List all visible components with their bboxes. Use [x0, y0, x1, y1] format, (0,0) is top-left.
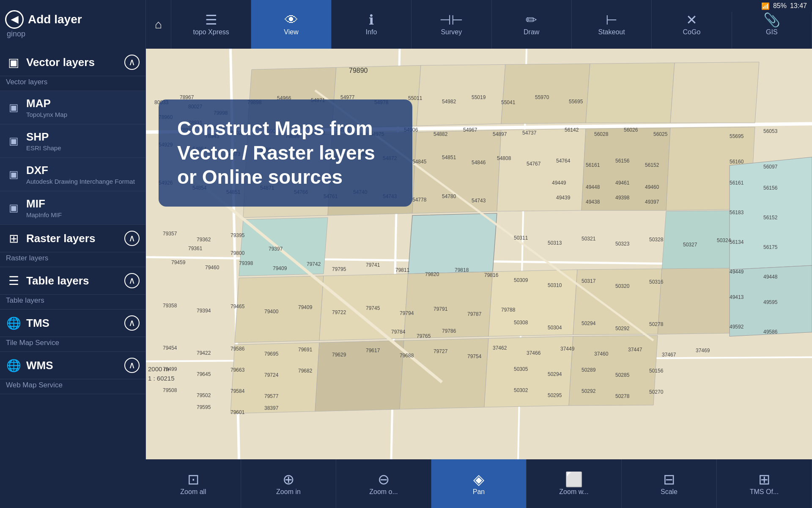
cogo-icon: ✕	[686, 13, 697, 27]
zoom-all-bottom-label: Zoom all	[180, 488, 206, 496]
zoom-in-bottom-label: Zoom in	[276, 488, 301, 496]
raster-layers-section-icon: ⊞	[6, 232, 21, 246]
mif-title: MIF	[26, 197, 140, 210]
wms-chevron-icon: ∧	[124, 358, 140, 373]
bottom-item-pan[interactable]: ◈ Pan	[431, 459, 527, 508]
toolbar-item-view[interactable]: 👁 View	[251, 0, 331, 49]
table-layers-subtitle: Table layers	[0, 295, 145, 309]
zoom-in-bottom-icon: ⊕	[283, 472, 294, 486]
mif-subtitle: MapInfo MIF	[26, 211, 140, 218]
survey-icon: ⊣⊢	[439, 13, 463, 27]
info-icon: ℹ	[369, 13, 374, 27]
wifi-icon: 📶	[761, 2, 770, 10]
tms-section-icon: 🌐	[6, 316, 21, 330]
scale-bottom-icon: ⊟	[663, 472, 675, 486]
tms-off-bottom-icon: ⊞	[758, 472, 770, 486]
toolbar-item-draw[interactable]: ✏ Draw	[492, 0, 572, 49]
promo-overlay: Construct Maps from Vector / Raster laye…	[159, 99, 412, 207]
toolbar-item-topo-xpress[interactable]: ☰ topo Xpress	[171, 0, 251, 49]
pan-bottom-label: Pan	[473, 488, 485, 496]
sidebar-item-mif[interactable]: ▣ MIF MapInfo MIF	[0, 191, 145, 225]
sidebar-section-table-layers[interactable]: ☰ Table layers ∧	[0, 267, 145, 295]
dxf-subtitle: Autodesk Drawing Interchange Format	[26, 178, 140, 185]
wms-section-title: WMS	[26, 359, 119, 372]
toolbar-item-survey[interactable]: ⊣⊢ Survey	[411, 0, 491, 49]
sidebar-section-vector-layers[interactable]: ▣ Vector layers ∧	[0, 49, 145, 76]
sidebar-section-tms[interactable]: 🌐 TMS ∧	[0, 309, 145, 337]
bottom-item-zoom-out[interactable]: ⊖ Zoom o...	[336, 459, 431, 508]
map-title: MAP	[26, 97, 140, 110]
bottom-item-scale[interactable]: ⊟ Scale	[622, 459, 717, 508]
zoom-all-bottom-icon: ⊡	[187, 472, 199, 486]
view-label: View	[284, 28, 298, 36]
toolbar-item-stakeout[interactable]: ⊢ Stakeout	[572, 0, 652, 49]
map-item-icon: ▣	[6, 102, 21, 113]
tms-subtitle: Tile Map Service	[0, 337, 145, 352]
wms-subtitle: Web Map Service	[0, 379, 145, 394]
zoom-out-bottom-icon: ⊖	[378, 472, 390, 486]
map-area[interactable]: 80033 80027 78967 79998 79898 54966 5497…	[146, 49, 812, 459]
back-circle-icon: ◀	[5, 10, 24, 29]
map-background: 80033 80027 78967 79998 79898 54966 5497…	[146, 49, 812, 459]
vector-layers-chevron-icon: ∧	[124, 55, 140, 70]
back-button[interactable]: ◀ Add layer	[5, 10, 82, 29]
dxf-content: DXF Autodesk Drawing Interchange Format	[26, 164, 140, 185]
bottom-item-zoom-in[interactable]: ⊕ Zoom in	[241, 459, 336, 508]
map-subtitle: TopoLynx Map	[26, 111, 140, 118]
sidebar-section-wms[interactable]: 🌐 WMS ∧	[0, 352, 145, 379]
tms-section-title: TMS	[26, 317, 119, 330]
battery-status: 85%	[773, 2, 787, 10]
survey-label: Survey	[441, 28, 462, 36]
bottom-toolbar: ⊡ Zoom all ⊕ Zoom in ⊖ Zoom o... ◈ Pan ⬜…	[146, 459, 812, 508]
add-layer-title: Add layer	[28, 13, 82, 26]
shp-subtitle: ESRI Shape	[26, 144, 140, 152]
view-icon: 👁	[285, 13, 298, 27]
home-button[interactable]: ⌂	[146, 0, 171, 49]
stakeout-icon: ⊢	[606, 13, 617, 27]
zoom-w-bottom-icon: ⬜	[565, 472, 583, 486]
bottom-item-tms-off[interactable]: ⊞ TMS Of...	[717, 459, 812, 508]
table-layers-section-title: Table layers	[26, 274, 119, 287]
dxf-item-icon: ▣	[6, 168, 21, 180]
sidebar: ▣ Vector layers ∧ Vector layers ▣ MAP To…	[0, 49, 146, 459]
toolbar-item-info[interactable]: ℹ Info	[332, 0, 411, 49]
vector-layers-section-icon: ▣	[6, 55, 21, 69]
top-toolbar: ◀ Add layer ginop ⌂ ☰ topo Xpress 👁 View…	[0, 0, 812, 49]
bottom-item-zoom-all[interactable]: ⊡ Zoom all	[146, 459, 241, 508]
sidebar-section-raster-layers[interactable]: ⊞ Raster layers ∧	[0, 225, 145, 252]
table-layers-section-icon: ☰	[6, 274, 21, 288]
table-layers-chevron-icon: ∧	[124, 273, 140, 288]
toolbar-items: ☰ topo Xpress 👁 View ℹ Info ⊣⊢ Survey ✏ …	[171, 0, 812, 49]
raster-layers-chevron-icon: ∧	[124, 231, 140, 246]
pan-bottom-icon: ◈	[473, 472, 484, 486]
draw-label: Draw	[524, 28, 539, 36]
raster-layers-section-title: Raster layers	[26, 232, 119, 245]
wms-section-icon: 🌐	[6, 359, 21, 373]
gis-icon: 📎	[763, 13, 780, 27]
shp-item-icon: ▣	[6, 135, 21, 147]
mif-content: MIF MapInfo MIF	[26, 197, 140, 218]
raster-layers-subtitle: Raster layers	[0, 252, 145, 267]
info-label: Info	[366, 28, 377, 36]
zoom-w-bottom-label: Zoom w...	[559, 488, 588, 496]
toolbar-item-cogo[interactable]: ✕ CoGo	[652, 0, 732, 49]
sidebar-item-shp[interactable]: ▣ SHP ESRI Shape	[0, 124, 145, 158]
bottom-item-zoom-w[interactable]: ⬜ Zoom w...	[527, 459, 622, 508]
brand-name: ginop	[5, 30, 25, 39]
sidebar-item-dxf[interactable]: ▣ DXF Autodesk Drawing Interchange Forma…	[0, 158, 145, 191]
scale-bottom-label: Scale	[661, 488, 678, 496]
zoom-out-bottom-label: Zoom o...	[369, 488, 398, 496]
draw-icon: ✏	[526, 13, 537, 27]
clock: 13:47	[790, 2, 807, 10]
dxf-title: DXF	[26, 164, 140, 177]
topo-xpress-label: topo Xpress	[193, 28, 229, 36]
toolbar-brand: ◀ Add layer ginop	[0, 0, 146, 49]
mif-item-icon: ▣	[6, 202, 21, 214]
vector-layers-subtitle: Vector layers	[0, 76, 145, 91]
home-icon: ⌂	[155, 18, 162, 31]
shp-content: SHP ESRI Shape	[26, 130, 140, 152]
sidebar-item-map[interactable]: ▣ MAP TopoLynx Map	[0, 91, 145, 124]
gis-label: GIS	[766, 28, 778, 36]
topo-xpress-icon: ☰	[205, 13, 217, 27]
tms-off-bottom-label: TMS Of...	[750, 488, 779, 496]
